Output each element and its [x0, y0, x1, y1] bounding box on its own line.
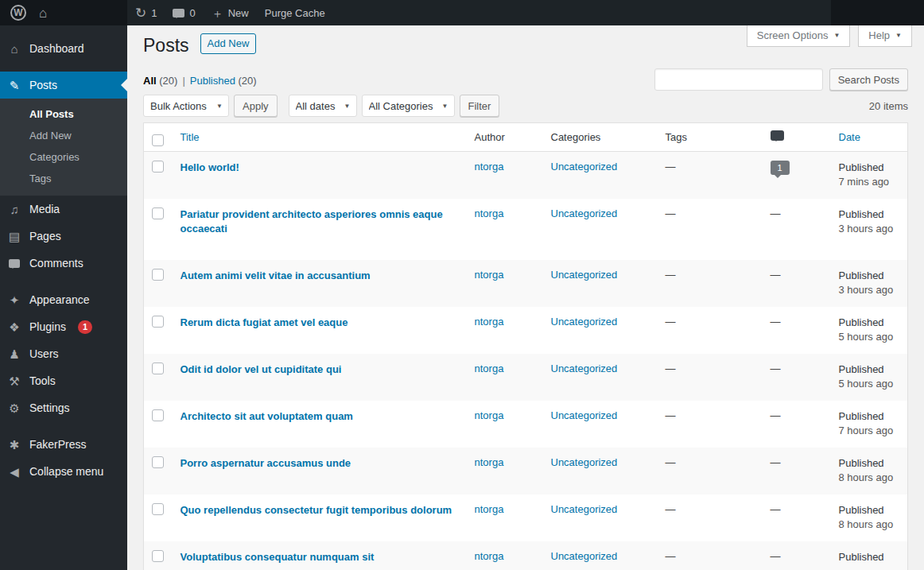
- sidebar-item-pages[interactable]: ▤Pages: [0, 223, 127, 250]
- submenu-item-add-new[interactable]: Add New: [0, 125, 127, 146]
- home-icon: ⌂: [39, 6, 47, 20]
- comments-indicator[interactable]: 0: [165, 0, 203, 25]
- post-author-link[interactable]: ntorga: [475, 363, 504, 374]
- submenu-item-categories[interactable]: Categories: [0, 146, 127, 168]
- post-date: 3 hours ago: [839, 284, 894, 296]
- row-select-checkbox[interactable]: [152, 363, 164, 374]
- post-title-link[interactable]: Odit id dolor vel ut cupiditate qui: [181, 363, 342, 377]
- post-date: 8 hours ago: [839, 471, 894, 483]
- sidebar-item-tools[interactable]: ⚒Tools: [0, 367, 127, 394]
- filter-all-count: (20): [159, 75, 177, 87]
- sidebar-item-plugins[interactable]: ❖Plugins1: [0, 313, 127, 340]
- search-input[interactable]: [654, 68, 823, 91]
- post-author-link[interactable]: ntorga: [475, 161, 504, 173]
- submenu-item-tags[interactable]: Tags: [0, 168, 127, 189]
- sidebar-item-comments[interactable]: Comments: [0, 250, 127, 277]
- wordpress-logo[interactable]: W: [8, 0, 29, 25]
- post-author-link[interactable]: ntorga: [475, 409, 504, 421]
- items-count: 20 items: [869, 100, 908, 112]
- updates-count: 1: [151, 7, 157, 19]
- row-select-checkbox[interactable]: [152, 550, 164, 562]
- table-row: Voluptatibus consequatur numquam sitntor…: [144, 541, 908, 570]
- sidebar-item-dashboard[interactable]: ⌂Dashboard: [0, 35, 127, 62]
- filter-all-link[interactable]: All (20): [143, 75, 177, 87]
- post-title-link[interactable]: Pariatur provident architecto asperiores…: [181, 207, 459, 236]
- post-title-link[interactable]: Rerum dicta fugiat amet vel eaque: [181, 316, 348, 330]
- sidebar-item-media[interactable]: ♫Media: [0, 196, 127, 223]
- settings-icon: ⚙: [6, 402, 22, 414]
- post-category-link[interactable]: Uncategorized: [551, 269, 618, 281]
- purge-cache-button[interactable]: Purge Cache: [257, 0, 333, 25]
- sidebar-item-users[interactable]: ♟Users: [0, 340, 127, 367]
- comments-bubble-icon: [173, 9, 184, 17]
- post-author-link[interactable]: ntorga: [475, 456, 504, 468]
- help-label: Help: [868, 29, 890, 41]
- table-toolbar: Bulk Actions ▼ Apply All dates ▼ All Cat…: [143, 94, 908, 118]
- filter-published-link[interactable]: Published (20): [190, 75, 257, 87]
- post-comments-value: —: [771, 269, 781, 281]
- new-content-button[interactable]: ＋ New: [204, 0, 257, 25]
- post-title-link[interactable]: Autem animi velit vitae in accusantium: [181, 269, 371, 283]
- apply-button[interactable]: Apply: [234, 95, 278, 117]
- sidebar-item-label: Dashboard: [29, 41, 84, 56]
- sort-by-date[interactable]: Date: [839, 131, 860, 143]
- search-posts-button[interactable]: Search Posts: [829, 68, 908, 91]
- row-select-checkbox[interactable]: [152, 207, 164, 219]
- post-author-link[interactable]: ntorga: [475, 207, 504, 219]
- screen-options-button[interactable]: Screen Options ▼: [747, 25, 851, 47]
- pushpin-icon: ✎: [6, 79, 22, 91]
- post-tags-value: —: [666, 363, 676, 374]
- dates-filter-select[interactable]: All dates: [289, 95, 357, 117]
- row-select-checkbox[interactable]: [152, 503, 164, 515]
- updates-indicator[interactable]: ↻ 1: [127, 0, 165, 25]
- post-author-link[interactable]: ntorga: [475, 503, 504, 515]
- add-new-button[interactable]: Add New: [200, 33, 257, 54]
- post-title-link[interactable]: Porro aspernatur accusamus unde: [181, 456, 351, 471]
- post-category-link[interactable]: Uncategorized: [551, 207, 618, 219]
- active-menu-arrow: [115, 79, 127, 91]
- categories-filter-select[interactable]: All Categories: [362, 95, 455, 117]
- row-select-checkbox[interactable]: [152, 409, 164, 421]
- row-select-checkbox[interactable]: [152, 161, 164, 173]
- post-tags-value: —: [666, 456, 676, 468]
- post-category-link[interactable]: Uncategorized: [551, 456, 618, 468]
- post-status: Published: [839, 504, 884, 516]
- search-box: Search Posts: [654, 68, 908, 91]
- post-author-link[interactable]: ntorga: [475, 316, 504, 328]
- post-title-link[interactable]: Quo repellendus consectetur fugit tempor…: [181, 503, 452, 518]
- help-button[interactable]: Help ▼: [858, 25, 912, 47]
- row-actions-placeholder: [181, 330, 459, 345]
- row-select-checkbox[interactable]: [152, 456, 164, 468]
- fakerpress-icon: ✱: [6, 439, 22, 451]
- post-category-link[interactable]: Uncategorized: [551, 161, 618, 173]
- post-category-link[interactable]: Uncategorized: [551, 409, 618, 421]
- bulk-actions-select[interactable]: Bulk Actions: [143, 95, 229, 117]
- sidebar-item-posts[interactable]: ✎Posts: [0, 72, 127, 99]
- admin-bar-user-area[interactable]: [831, 0, 924, 25]
- sidebar-item-fakerpress[interactable]: ✱FakerPress: [0, 431, 127, 458]
- table-row: Architecto sit aut voluptatem quamntorga…: [144, 401, 908, 448]
- post-category-link[interactable]: Uncategorized: [551, 363, 618, 374]
- post-category-link[interactable]: Uncategorized: [551, 550, 618, 562]
- row-select-checkbox[interactable]: [152, 316, 164, 328]
- submenu-item-all-posts[interactable]: All Posts: [0, 103, 127, 125]
- post-title-link[interactable]: Hello world!: [181, 161, 239, 175]
- comment-count-bubble[interactable]: 1: [771, 161, 790, 175]
- post-category-link[interactable]: Uncategorized: [551, 316, 618, 328]
- sidebar-item-collapse-menu[interactable]: ◀Collapse menu: [0, 458, 127, 485]
- post-date: 5 hours ago: [839, 331, 894, 343]
- site-home-link[interactable]: ⌂: [37, 0, 49, 25]
- select-all-checkbox[interactable]: [152, 134, 164, 146]
- post-category-link[interactable]: Uncategorized: [551, 503, 618, 515]
- post-author-link[interactable]: ntorga: [475, 269, 504, 281]
- sidebar-item-settings[interactable]: ⚙Settings: [0, 394, 127, 421]
- post-title-link[interactable]: Voluptatibus consequatur numquam sit: [181, 550, 375, 564]
- post-tags-value: —: [666, 269, 676, 281]
- post-author-link[interactable]: ntorga: [475, 550, 504, 562]
- row-select-checkbox[interactable]: [152, 269, 164, 281]
- sidebar-item-appearance[interactable]: ✦Appearance: [0, 286, 127, 313]
- filter-button[interactable]: Filter: [460, 95, 500, 117]
- post-title-link[interactable]: Architecto sit aut voluptatem quam: [181, 409, 353, 424]
- post-comments-value: —: [771, 503, 781, 515]
- sort-by-title[interactable]: Title: [181, 131, 200, 143]
